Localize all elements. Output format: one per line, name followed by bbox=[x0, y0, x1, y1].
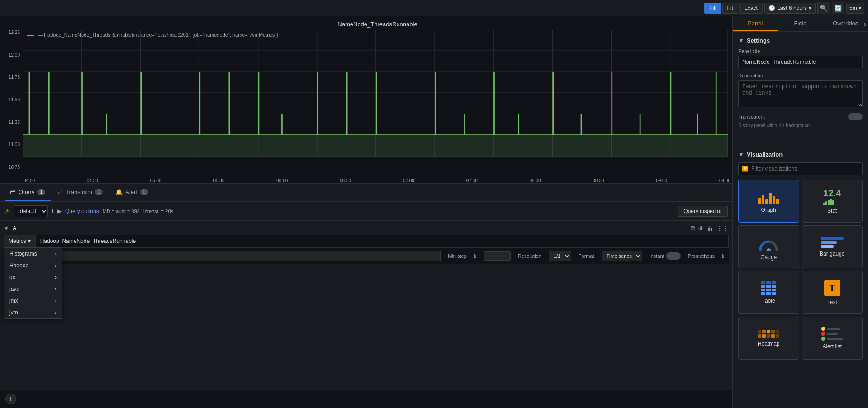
alert-count-badge: 0 bbox=[140, 189, 148, 195]
y-label-6: 10.75 bbox=[9, 165, 20, 170]
md-auto-label: MD = auto = 892 bbox=[103, 209, 140, 214]
tab-field[interactable]: Field bbox=[778, 16, 823, 31]
transparent-toggle[interactable] bbox=[848, 113, 863, 120]
vis-card-table[interactable]: Table bbox=[738, 271, 799, 314]
dropdown-item-hadoop[interactable]: Hadoop› bbox=[4, 260, 62, 271]
sync-button[interactable]: 🔄 bbox=[832, 2, 844, 14]
panel-title-label: Panel title bbox=[738, 48, 863, 54]
svg-rect-30 bbox=[317, 72, 318, 135]
alert-list-icon bbox=[821, 327, 843, 341]
exact-button[interactable]: Exact bbox=[739, 3, 763, 14]
dropdown-item-jmx[interactable]: jmx› bbox=[4, 295, 62, 307]
copy-query-button[interactable]: ⧉ bbox=[691, 224, 695, 232]
resolution-select[interactable]: 1/1 bbox=[549, 251, 571, 261]
visualization-section: ▼ Visualization 🔽 bbox=[733, 146, 868, 365]
visualization-grid: Graph 12.4 Stat bbox=[738, 180, 863, 360]
gauge-label: Gauge bbox=[760, 254, 777, 261]
legend-format-input[interactable] bbox=[8, 251, 441, 261]
more-query-button[interactable]: ⋮⋮ bbox=[716, 224, 729, 232]
settings-section: ▼ Settings Panel title Description Trans… bbox=[733, 32, 868, 138]
metrics-dropdown: Histograms› Hadoop› go› java› jmx› bbox=[4, 247, 62, 319]
main-layout: NameNode_ThreadsRunnable 12.25 12.00 11.… bbox=[0, 16, 868, 408]
dropdown-item-java[interactable]: java› bbox=[4, 283, 62, 295]
resolution-label: Resolution bbox=[518, 253, 541, 259]
instant-toggle[interactable] bbox=[666, 252, 681, 260]
time-range-picker[interactable]: 🕐 Last 6 hours ▾ bbox=[764, 3, 816, 14]
heatmap-label: Heatmap bbox=[758, 341, 780, 347]
text-icon: T bbox=[824, 280, 840, 296]
datasource-select[interactable]: default bbox=[14, 205, 48, 217]
fill-fit-exact-group: Fill Fit Exact bbox=[704, 3, 763, 14]
fit-button[interactable]: Fit bbox=[722, 3, 738, 14]
expand-icon[interactable]: ▶ bbox=[57, 208, 62, 214]
vis-card-alert-list[interactable]: Alert list bbox=[802, 317, 863, 360]
bar-gauge-icon bbox=[821, 237, 844, 248]
table-icon bbox=[761, 281, 776, 295]
chart-title: NameNode_ThreadsRunnable bbox=[23, 21, 732, 28]
description-textarea[interactable] bbox=[738, 80, 863, 107]
query-options-link[interactable]: Query options bbox=[65, 208, 99, 214]
left-panel: NameNode_ThreadsRunnable 12.25 12.00 11.… bbox=[0, 16, 732, 408]
vis-card-heatmap[interactable]: Heatmap bbox=[738, 317, 799, 360]
svg-rect-25 bbox=[140, 72, 142, 135]
refresh-select[interactable]: 5m ▾ bbox=[846, 3, 864, 14]
hide-query-button[interactable]: 👁 bbox=[698, 224, 704, 232]
y-label-3: 11.50 bbox=[9, 97, 20, 102]
vis-toggle-icon[interactable]: ▼ bbox=[738, 151, 744, 158]
vis-card-bar-gauge[interactable]: Bar gauge bbox=[802, 225, 863, 268]
database-icon: 🗃 bbox=[10, 189, 16, 195]
panel-title-group: Panel title bbox=[738, 48, 863, 68]
tab-alert[interactable]: 🔔 Alert 0 bbox=[110, 185, 153, 201]
panel-title-input[interactable] bbox=[738, 56, 863, 68]
visualization-header: ▼ Visualization bbox=[738, 151, 863, 158]
query-row-header: ▼ A ⧉ 👁 🗑 ⋮⋮ bbox=[4, 224, 729, 232]
graph-icon bbox=[758, 190, 779, 204]
dropdown-item-jvm[interactable]: jvm› bbox=[4, 307, 62, 318]
svg-rect-29 bbox=[281, 114, 283, 135]
vis-card-text[interactable]: T Text bbox=[802, 271, 863, 314]
svg-rect-34 bbox=[464, 114, 465, 135]
tab-transform[interactable]: ⇄ Transform 0 bbox=[52, 185, 108, 201]
delete-query-button[interactable]: 🗑 bbox=[707, 224, 713, 232]
y-label-0: 12.25 bbox=[9, 30, 20, 35]
filter-container: 🔽 bbox=[738, 162, 863, 175]
min-step-input[interactable] bbox=[484, 251, 511, 261]
vis-card-gauge[interactable]: 79 Gauge bbox=[738, 225, 799, 268]
fill-button[interactable]: Fill bbox=[704, 3, 721, 14]
vis-card-stat[interactable]: 12.4 Stat bbox=[802, 180, 863, 223]
dropdown-item-go[interactable]: go› bbox=[4, 271, 62, 283]
visualization-title: Visualization bbox=[747, 151, 783, 158]
top-bar: Fill Fit Exact 🕐 Last 6 hours ▾ 🔍 🔄 5m ▾ bbox=[0, 0, 868, 16]
dropdown-item-histograms[interactable]: Histograms› bbox=[4, 248, 62, 260]
description-label: Description bbox=[738, 73, 863, 78]
metrics-label: Metrics bbox=[9, 238, 26, 244]
clock-icon: 🕐 bbox=[768, 5, 775, 11]
collapse-query-icon[interactable]: ▼ bbox=[4, 225, 9, 232]
format-select[interactable]: Time series bbox=[602, 251, 642, 261]
prometheus-label: Prometheus bbox=[688, 253, 715, 259]
query-inspector-button[interactable]: Query inspector bbox=[678, 206, 728, 217]
vis-card-graph[interactable]: Graph bbox=[738, 180, 799, 223]
bar-gauge-label: Bar gauge bbox=[820, 251, 844, 257]
collapse-right-panel-button[interactable]: › bbox=[864, 20, 866, 28]
stat-label: Stat bbox=[827, 208, 837, 214]
metrics-options: Min step ℹ Resolution 1/1 Format Time se… bbox=[4, 247, 729, 264]
tab-panel[interactable]: Panel bbox=[733, 16, 778, 31]
info-icon: ℹ bbox=[52, 208, 54, 214]
metrics-row: Metrics ▾ bbox=[4, 235, 729, 247]
chart-svg bbox=[23, 30, 728, 157]
query-tab-label: Query bbox=[19, 189, 34, 195]
metric-input[interactable] bbox=[36, 235, 728, 247]
vis-filter-input[interactable] bbox=[738, 162, 863, 175]
tab-query[interactable]: 🗃 Query 1 bbox=[5, 185, 51, 201]
metrics-tab[interactable]: Metrics ▾ bbox=[4, 235, 36, 247]
zoom-out-button[interactable]: 🔍 bbox=[817, 2, 830, 14]
add-query-button[interactable]: + bbox=[5, 394, 16, 404]
instant-toggle-group: Instant bbox=[650, 252, 681, 260]
alert-icon: 🔔 bbox=[115, 189, 123, 195]
chevron-down-icon-metrics: ▾ bbox=[28, 238, 31, 244]
graph-label: Graph bbox=[761, 207, 776, 213]
settings-toggle-icon[interactable]: ▼ bbox=[738, 37, 744, 44]
tab-overrides[interactable]: Overrides bbox=[823, 16, 868, 31]
query-count-badge: 1 bbox=[37, 189, 45, 195]
